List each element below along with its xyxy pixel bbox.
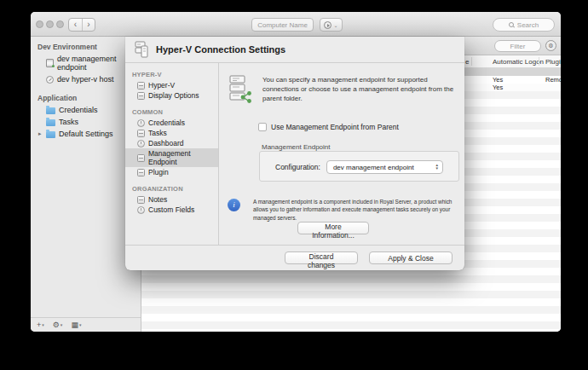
credentials-icon [137,119,145,127]
nav-item-label: Tasks [148,129,167,137]
nav-item-display-options[interactable]: Display Options [125,90,218,101]
folder-icon [46,107,55,114]
table-empty-row [141,321,561,329]
nav-section-hyperv: HYPER-V [125,69,218,80]
zoom-window-icon[interactable] [56,20,64,28]
nav-item-label: Management Endpoint [148,149,218,166]
management-endpoint-group: Configuration: dev management endpoint ▲… [259,151,459,182]
dialog-footer: Discard changes Apply & Close [125,245,464,270]
disclosure-triangle-icon[interactable]: ▸ [38,130,42,137]
nav-item-hyperv[interactable]: Hyper-V [125,80,218,90]
sidebar-item-default-settings[interactable]: ▸ Default Settings [31,128,141,140]
connect-button[interactable]: ⌄ [320,18,343,32]
tasks-icon [137,130,145,137]
cell-plugin: Remote [545,76,561,84]
nav-item-label: Custom Fields [148,205,194,214]
sidebar-item-dev-management-endpoint[interactable]: dev management endpoint [31,53,141,73]
filter-options-icon[interactable]: ⚙ [545,40,556,51]
table-empty-row [141,275,561,283]
table-empty-row [141,291,561,298]
sidebar-item-tasks[interactable]: Tasks [31,116,141,128]
group-title: Management Endpoint [262,143,331,151]
sidebar-item-label: dev hyper-v host [57,75,114,84]
configuration-label: Configuration: [275,163,320,171]
use-parent-endpoint-checkbox[interactable] [258,123,267,131]
search-icon [509,22,515,28]
back-button[interactable]: ‹ [69,19,82,31]
minimize-window-icon[interactable] [46,20,54,28]
nav-item-management-endpoint[interactable]: Management Endpoint [125,148,218,167]
hyperv-settings-dialog: Hyper-V Connection Settings HYPER-V Hype… [125,37,464,270]
configuration-dropdown[interactable]: dev management endpoint ▲▼ [326,160,443,174]
nav-item-plugin[interactable]: Plugin [125,167,218,177]
connection-tree: Dev Environment dev management endpoint … [31,37,141,140]
chevron-down-icon: ⌄ [333,22,337,28]
forward-button[interactable]: › [82,19,95,31]
dashboard-icon [137,140,145,147]
display-options-icon [137,92,145,100]
sidebar-section-application: Application [31,91,141,104]
discard-changes-button[interactable]: Discard changes [285,251,358,264]
configuration-value: dev management endpoint [333,164,414,171]
stepper-icon: ▲▼ [435,164,438,171]
cell-automatic-logon: Yes [493,76,503,84]
checkbox-label: Use Management Endpoint from Parent [271,123,399,131]
column-divider[interactable] [471,57,472,66]
column-header-plugin[interactable]: Plugin [545,58,561,66]
table-empty-row [141,298,561,306]
more-information-button[interactable]: More Information... [297,222,369,234]
sidebar-footer-bar: +▾ ⚙▾ ▦▾ [31,317,141,332]
nav-item-label: Plugin [148,168,169,176]
nav-item-custom-fields[interactable]: Custom Fields [125,205,218,215]
nav-item-label: Credentials [148,119,185,127]
history-nav: ‹ › [68,18,95,32]
nav-item-label: Notes [148,195,167,204]
management-endpoint-icon [137,154,145,162]
column-header-partial[interactable]: e [465,58,469,66]
endpoint-icon [46,59,54,67]
sidebar-item-credentials[interactable]: Credentials [31,104,141,116]
search-input[interactable]: Search [493,18,555,32]
filter-input[interactable] [494,40,541,52]
dialog-title: Hyper-V Connection Settings [156,44,285,55]
nav-section-organization: ORGANIZATION [125,183,218,194]
management-endpoint-large-icon [229,75,252,103]
hyperv-icon [137,82,145,90]
sidebar-item-dev-hyperv-host[interactable]: dev hyper-v host [31,73,141,85]
app-window: ‹ › ⌄ Search Dev Environment dev man [31,12,561,332]
desktop-background: ‹ › ⌄ Search Dev Environment dev man [0,0,588,370]
info-icon: i [228,199,240,211]
table-empty-row [141,314,561,321]
nav-item-label: Hyper-V [148,81,175,90]
info-text: A management endpoint is a component inc… [253,198,463,222]
computer-name-input[interactable] [251,18,314,32]
table-empty-row [141,283,561,291]
connection-settings-icon [135,41,148,59]
nav-section-common: COMMON [125,107,218,118]
sidebar-item-label: Credentials [59,106,98,114]
nav-item-credentials[interactable]: Credentials [125,118,218,128]
view-options-button[interactable]: ▦▾ [71,321,81,329]
dialog-nav: HYPER-V Hyper-V Display Options COMMON C… [125,63,219,245]
add-button[interactable]: +▾ [37,321,44,329]
close-window-icon[interactable] [36,20,43,28]
sidebar-section-dev-environment: Dev Environment [31,40,141,53]
nav-item-dashboard[interactable]: Dashboard [125,138,218,148]
column-header-automatic-logon[interactable]: Automatic Logon [493,58,544,66]
window-toolbar: ‹ › ⌄ Search [31,12,561,37]
dialog-header: Hyper-V Connection Settings [125,37,464,63]
description-text: You can specify a management endpoint fo… [262,75,460,104]
table-empty-row [141,329,561,332]
folder-icon [46,119,55,126]
dialog-content: You can specify a management endpoint fo… [219,63,464,245]
nav-item-tasks[interactable]: Tasks [125,128,218,138]
custom-fields-icon [137,206,145,214]
sidebar-item-label: Tasks [59,118,78,126]
gear-menu-button[interactable]: ⚙▾ [53,321,63,329]
play-icon [324,21,331,29]
apply-close-button[interactable]: Apply & Close [369,251,453,264]
table-empty-row [141,306,561,314]
nav-item-notes[interactable]: Notes [125,194,218,205]
column-divider[interactable] [539,57,539,66]
folder-icon [46,131,55,138]
